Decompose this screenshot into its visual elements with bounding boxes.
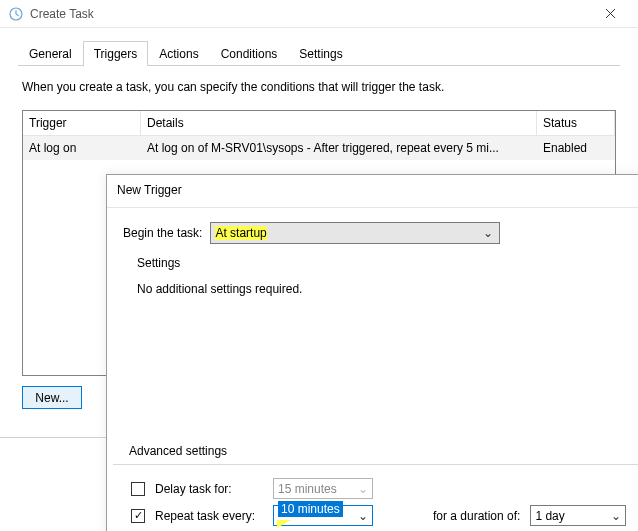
- delay-value: 15 minutes: [278, 482, 337, 496]
- tab-triggers[interactable]: Triggers: [83, 41, 149, 66]
- repeat-row: Repeat task every: 10 minutes ⌄ for a du…: [107, 502, 638, 529]
- titlebar: Create Task: [0, 0, 638, 28]
- settings-group-label: Settings: [107, 244, 638, 274]
- tab-general[interactable]: General: [18, 41, 83, 66]
- chevron-down-icon: ⌄: [352, 509, 368, 523]
- delay-checkbox[interactable]: [131, 482, 145, 496]
- delay-value-select: 15 minutes ⌄: [273, 478, 373, 499]
- chevron-down-icon: ⌄: [481, 226, 495, 240]
- repeat-value: 10 minutes: [278, 501, 352, 531]
- window-title: Create Task: [30, 7, 94, 21]
- delay-label: Delay task for:: [155, 482, 263, 496]
- close-button[interactable]: [590, 0, 630, 28]
- begin-task-select[interactable]: At startup ⌄: [210, 222, 500, 244]
- settings-message: No additional settings required.: [107, 274, 638, 296]
- create-task-window: Create Task General Triggers Actions Con…: [0, 0, 638, 531]
- tab-settings[interactable]: Settings: [288, 41, 353, 66]
- col-trigger[interactable]: Trigger: [23, 111, 141, 136]
- delay-row: Delay task for: 15 minutes ⌄: [107, 475, 638, 502]
- close-icon: [605, 8, 616, 19]
- chevron-down-icon: ⌄: [352, 482, 368, 496]
- col-status[interactable]: Status: [537, 111, 615, 136]
- cell-status: Enabled: [537, 136, 615, 160]
- repeat-label: Repeat task every:: [155, 509, 263, 523]
- begin-label: Begin the task:: [123, 226, 202, 240]
- duration-label: for a duration of:: [433, 509, 520, 523]
- triggers-description: When you create a task, you can specify …: [22, 80, 616, 94]
- clock-icon: [8, 6, 24, 22]
- duration-value-select[interactable]: 1 day ⌄: [530, 505, 626, 526]
- dialog-title: New Trigger: [107, 175, 638, 208]
- repeat-value-select[interactable]: 10 minutes ⌄: [273, 505, 373, 526]
- new-button[interactable]: New...: [22, 386, 82, 409]
- table-row[interactable]: At log on At log on of M-SRV01\sysops - …: [23, 136, 615, 160]
- tab-conditions[interactable]: Conditions: [210, 41, 289, 66]
- tab-actions[interactable]: Actions: [148, 41, 209, 66]
- tab-strip: General Triggers Actions Conditions Sett…: [18, 40, 620, 66]
- repeat-checkbox[interactable]: [131, 509, 145, 523]
- table-header: Trigger Details Status: [23, 111, 615, 136]
- chevron-down-icon: ⌄: [605, 509, 621, 523]
- col-details[interactable]: Details: [141, 111, 537, 136]
- new-trigger-dialog: New Trigger Begin the task: At startup ⌄…: [106, 174, 638, 531]
- cell-trigger: At log on: [23, 136, 141, 160]
- advanced-settings: Advanced settings Delay task for: 15 min…: [107, 444, 638, 531]
- cell-details: At log on of M-SRV01\sysops - After trig…: [141, 136, 537, 160]
- advanced-label: Advanced settings: [113, 444, 638, 465]
- duration-value: 1 day: [535, 509, 564, 523]
- begin-row: Begin the task: At startup ⌄: [107, 222, 638, 244]
- begin-task-value: At startup: [215, 226, 481, 240]
